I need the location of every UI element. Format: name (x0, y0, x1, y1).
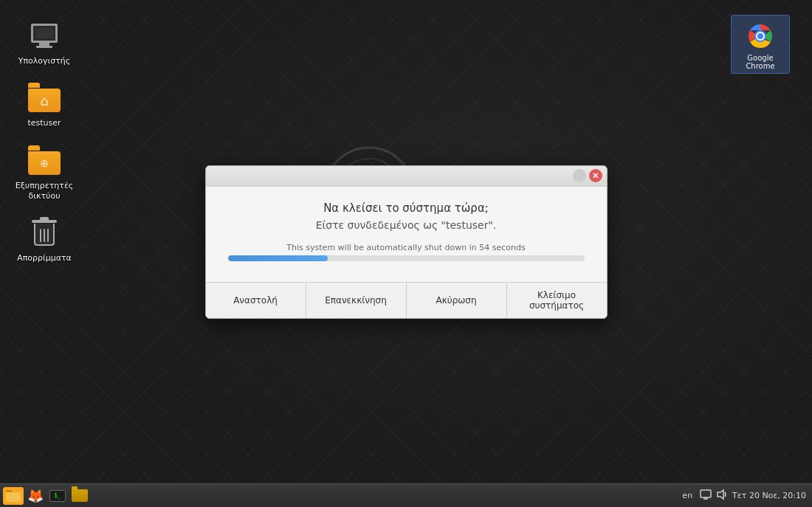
taskbar-left: 🦊 $_ (0, 487, 90, 505)
dialog-titlebar: ✕ (206, 166, 607, 187)
taskbar: 🦊 $_ en (0, 483, 812, 507)
dialog-countdown-text: This system will be automatically shut d… (228, 243, 585, 252)
dialog-progress-fill (228, 255, 328, 261)
display-settings-icon[interactable] (700, 489, 712, 503)
dialog-body: Να κλείσει το σύστημα τώρα; Είστε συνδεδ… (206, 187, 607, 282)
dialog-subtitle: Είστε συνδεδεμένος ως "testuser". (228, 219, 585, 231)
volume-icon[interactable] (716, 489, 728, 503)
dialog-buttons: Αναστολή Επανεκκίνηση Ακύρωση Κλείσιμο σ… (206, 282, 607, 318)
system-clock[interactable]: Τετ 20 Νοε, 20:10 (732, 491, 806, 500)
restart-button[interactable]: Επανεκκίνηση (306, 283, 407, 318)
dialog-title: Να κλείσει το σύστημα τώρα; (228, 201, 585, 215)
terminal-icon: $_ (49, 490, 66, 502)
svg-rect-5 (701, 490, 711, 497)
dialog-progress-bar (228, 255, 585, 261)
taskbar-folder-button[interactable] (69, 487, 90, 505)
shutdown-dialog: ✕ Να κλείσει το σύστημα τώρα; Είστε συνδ… (205, 165, 608, 319)
taskbar-terminal-button[interactable]: $_ (47, 487, 68, 505)
svg-marker-8 (718, 490, 723, 499)
folder-icon (72, 489, 88, 502)
language-indicator[interactable]: en (679, 489, 695, 502)
firefox-icon: 🦊 (27, 488, 44, 503)
suspend-button[interactable]: Αναστολή (206, 283, 306, 318)
dialog-close-button[interactable]: ✕ (589, 169, 602, 182)
dialog-progress-area: This system will be automatically shut d… (228, 243, 585, 261)
shutdown-button[interactable]: Κλείσιμο συστήματος (507, 283, 607, 318)
cancel-button[interactable]: Ακύρωση (407, 283, 507, 318)
taskbar-firefox-button[interactable]: 🦊 (25, 487, 46, 505)
taskbar-right: en Τετ 20 Νοε, 20:10 (679, 489, 812, 503)
taskbar-files-button[interactable] (3, 487, 24, 505)
dialog-overlay: ✕ Να κλείσει το σύστημα τώρα; Είστε συνδ… (0, 0, 812, 483)
dialog-minimize-button[interactable] (573, 169, 586, 182)
desktop: Υπολογιστής ⌂ testuser ⊕ (0, 0, 812, 507)
